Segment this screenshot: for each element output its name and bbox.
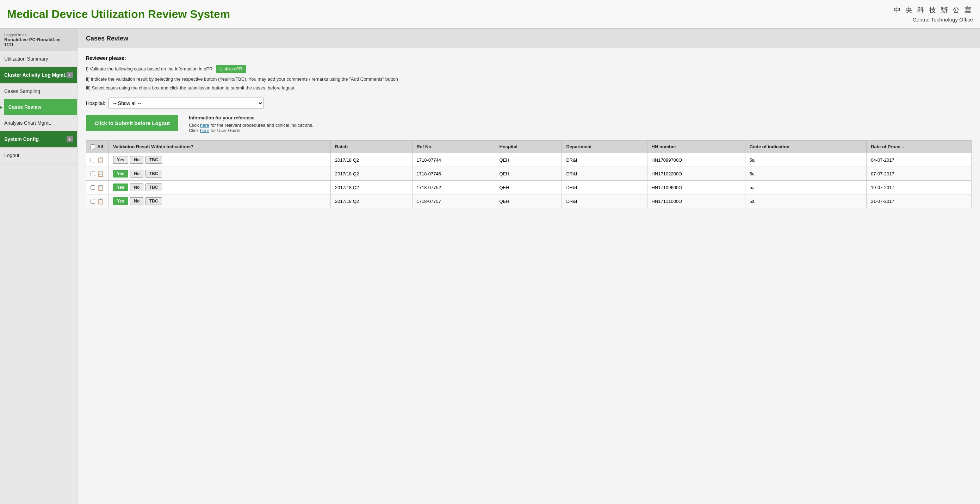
logged-in-label: Logged in as: [4,33,73,37]
row-code: 5a [745,181,867,194]
yes-button[interactable]: Yes [113,183,128,191]
main-content: Cases Review Reviewer please: i) Validat… [78,29,980,504]
row-department: DR&I [562,153,647,167]
tbc-button[interactable]: TBC [145,183,162,191]
info-title: Information for your reference [189,115,313,121]
row-batch: 2017/18 Q2 [331,181,412,194]
row-date: 04-07-2017 [867,153,972,167]
row-date: 21-07-2017 [867,194,972,208]
row-checkbox[interactable] [91,185,95,190]
sidebar: Logged in as: RonaldLee-PC-RonaldLee 111… [0,29,78,504]
sidebar-item-cases-review[interactable]: Cases Review [4,99,77,115]
instruction-1: i) Validate the following cases based on… [86,65,972,73]
link-to-epr-button[interactable]: Link to ePR [216,65,246,73]
info-line2-post: for User Guide. [211,128,242,133]
tbc-button[interactable]: TBC [145,197,162,205]
row-checkbox-cell: 📋 [86,167,109,181]
document-icon[interactable]: 📋 [97,184,104,191]
th-department: Department [562,140,647,153]
sidebar-item-label: Cluster Activity Log Mgmt. [4,72,67,78]
active-arrow-icon: ► [0,103,4,111]
org-info: 中 央 科 技 辦 公 室 Central Technology Office [894,4,973,24]
th-batch: Batch [331,140,412,153]
row-ref-no: 1718-07752 [412,181,495,194]
info-procedures-link[interactable]: here [200,122,209,128]
row-department: DR&I [562,181,647,194]
sidebar-item-cluster-activity[interactable]: Cluster Activity Log Mgmt. + [0,67,77,83]
user-code: 1111 [4,42,73,47]
table-row: 📋 Yes No TBC 2017/18 Q2 1718-07744 QEH D… [86,153,972,167]
select-all-checkbox[interactable] [91,145,95,149]
th-all-label: All [97,144,103,149]
no-button[interactable]: No [130,170,143,178]
table-row: 📋 Yes No TBC 2017/18 Q2 1718-07757 QEH D… [86,194,972,208]
row-checkbox-cell: 📋 [86,194,109,208]
document-icon[interactable]: 📋 [97,198,104,205]
row-checkbox-cell: 📋 [86,153,109,167]
row-hospital: QEH [495,181,562,194]
info-line1-post: for the relevant procedures and clinical… [211,122,313,128]
row-checkbox[interactable] [91,172,95,176]
sidebar-item-cases-sampling[interactable]: Cases Sampling [0,83,77,99]
row-ref-no: 1718-07757 [412,194,495,208]
hospital-label: Hospital: [86,100,105,106]
th-date: Date of Proce... [867,140,972,153]
sidebar-item-logout[interactable]: Logout [0,148,77,164]
row-hospital: QEH [495,153,562,167]
instruction-1-text: i) Validate the following cases based on… [86,66,213,72]
row-checkbox[interactable] [91,158,95,162]
table-row: 📋 Yes No TBC 2017/18 Q2 1718-07752 QEH D… [86,181,972,194]
table-row: 📋 Yes No TBC 2017/18 Q2 1718-07746 QEH D… [86,167,972,181]
row-checkbox[interactable] [91,199,95,204]
yes-button[interactable]: Yes [113,170,128,178]
th-code: Code of indication [745,140,867,153]
hospital-row: Hospital: -- Show all -- [86,97,972,109]
yes-button[interactable]: Yes [113,156,128,164]
row-validation: Yes No TBC [109,181,331,194]
org-english: Central Technology Office [894,16,973,24]
th-hospital: Hospital [495,140,562,153]
document-icon[interactable]: 📋 [97,170,104,177]
tbc-button[interactable]: TBC [145,156,162,164]
info-line2-pre: Click [189,128,199,133]
row-checkbox-cell: 📋 [86,181,109,194]
no-button[interactable]: No [130,156,143,164]
page-title: Cases Review [78,29,980,48]
reviewer-label: Reviewer please: [86,55,972,61]
info-user-guide-link[interactable]: here [200,128,209,133]
content-area: Reviewer please: i) Validate the followi… [78,48,980,215]
row-batch: 2017/18 Q2 [331,153,412,167]
row-hn-number: HN17111000O [647,194,745,208]
row-hospital: QEH [495,167,562,181]
sidebar-item-label: Cases Sampling [4,88,40,94]
reviewer-section: Reviewer please: i) Validate the followi… [86,55,972,91]
sidebar-item-utilization-summary[interactable]: Utilization Summary [0,51,77,67]
sidebar-item-system-config[interactable]: System Config + [0,131,77,148]
app-title: Medical Device Utilization Review System [7,8,230,21]
sidebar-item-label: Utilization Summary [4,56,48,62]
th-validation: Validation Result Within Indications? [109,140,331,153]
tbc-button[interactable]: TBC [145,170,162,178]
row-validation: Yes No TBC [109,194,331,208]
yes-button[interactable]: Yes [113,197,128,205]
sidebar-item-label: Logout [4,153,19,158]
main-layout: Logged in as: RonaldLee-PC-RonaldLee 111… [0,29,980,504]
th-hn-number: HN number [647,140,745,153]
sidebar-item-label: Cases Review [8,104,41,110]
hospital-select[interactable]: -- Show all -- [108,97,264,109]
row-date: 07-07-2017 [867,167,972,181]
sidebar-item-analysis-chart[interactable]: Analysis Chart Mgmt. [0,115,77,131]
plus-icon[interactable]: + [67,136,73,142]
row-code: 5a [745,194,867,208]
row-validation: Yes No TBC [109,167,331,181]
submit-button[interactable]: Click to Submit before Logout [86,115,178,131]
document-icon[interactable]: 📋 [97,157,104,164]
info-line-2: Click here for User Guide. [189,128,313,133]
org-chinese: 中 央 科 技 辦 公 室 [894,4,973,16]
no-button[interactable]: No [130,183,143,191]
no-button[interactable]: No [130,197,143,205]
submit-info-row: Click to Submit before Logout Informatio… [86,115,972,133]
row-date: 19-07-2017 [867,181,972,194]
plus-icon[interactable]: + [67,72,73,78]
username: RonaldLee-PC-RonaldLee [4,37,73,42]
